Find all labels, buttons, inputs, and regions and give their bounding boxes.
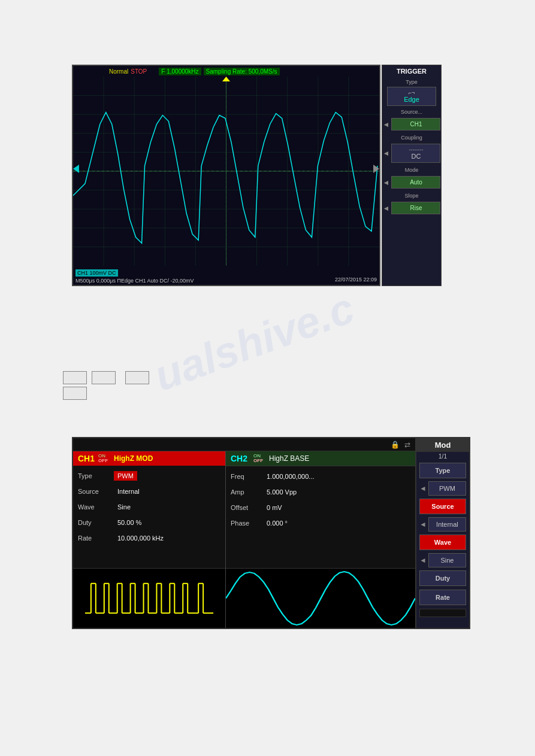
mod-sine-button[interactable]: Sine	[428, 553, 466, 567]
trigger-slope-button[interactable]: Rise	[391, 202, 440, 214]
trigger-mode-value: Auto	[410, 179, 422, 186]
trigger-coupling-value: DC	[393, 153, 439, 160]
coupling-dashes: --------	[393, 147, 439, 153]
ch1-info-label: CH1 100mV DC	[75, 269, 118, 277]
trigger-coupling-arrow: ◄	[383, 149, 390, 157]
ch2-label: CH2	[231, 454, 247, 463]
ch2-phase-row: Phase 0.000 °	[231, 517, 410, 530]
osc-bottom-info: M500μs 0,000μs ΠEdge CH1 Auto DC/ -20,00…	[75, 278, 377, 284]
ch1-wave-row: Wave Sine	[78, 500, 220, 514]
mod-sine-row: ◄ Sine	[419, 553, 466, 567]
ch1-on-label: ON OFF	[98, 454, 108, 463]
trigger-source-row: ◄ CH1	[383, 118, 441, 130]
ch2-waveform-svg	[226, 569, 415, 628]
small-button-3[interactable]	[125, 371, 149, 384]
osc-grid	[73, 77, 379, 266]
ch1-duty-label: Duty	[78, 519, 114, 526]
ch1-type-row: Type PWM	[78, 469, 220, 482]
mod-duty-button[interactable]: Duty	[419, 570, 466, 586]
trigger-title: TRIGGER	[397, 68, 427, 75]
trigger-source-button[interactable]: CH1	[391, 118, 440, 130]
usb-icon: ⇄	[404, 441, 410, 449]
edge-icon: ⌐¬	[389, 90, 434, 96]
mod-wave-button[interactable]: Wave	[419, 535, 466, 550]
ch2-mode-label: HighZ BASE	[269, 454, 309, 463]
small-btn-row-1	[63, 371, 149, 384]
ch1-source-row: Source Internal	[78, 485, 220, 498]
instrument-section: 🔒 ⇄ CH1 ON OFF HighZ MOD Type PWM	[72, 437, 470, 629]
trigger-type-label: Type	[387, 79, 436, 85]
mod-rate-button[interactable]: Rate	[419, 590, 466, 605]
trigger-source-arrow: ◄	[383, 120, 390, 129]
ch1-duty-row: Duty 50.00 %	[78, 516, 220, 529]
ch2-freq-value: 1.000,000,000...	[267, 473, 315, 480]
ch1-source-value: Internal	[114, 487, 143, 496]
osc-status-bar: Normal STOP F 1,00000kHz Sampling Rate: …	[73, 66, 379, 77]
ch1-type-label: Type	[78, 472, 114, 479]
instrument-header: 🔒 ⇄	[73, 438, 415, 451]
mod-internal-row: ◄ Internal	[419, 517, 466, 532]
small-button-1[interactable]	[63, 371, 87, 384]
mod-pwm-row: ◄ PWM	[419, 481, 466, 496]
status-sampling: Sampling Rate: 500,0MS/s	[204, 68, 280, 75]
trigger-source-value: CH1	[410, 121, 422, 127]
osc-bottom-bar: CH1 100mV DC M500μs 0,000μs ΠEdge CH1 Au…	[73, 266, 379, 285]
ch1-source-label: Source	[78, 488, 114, 495]
trigger-mode-button[interactable]: Auto	[391, 176, 440, 189]
ch1-rate-value: 10.000,000 kHz	[114, 533, 167, 543]
trigger-coupling-button[interactable]: -------- DC	[391, 144, 440, 163]
ch1-rate-row: Rate 10.000,000 kHz	[78, 532, 220, 545]
trigger-slope-label: Slope	[387, 193, 436, 199]
trigger-slope-arrow: ◄	[383, 204, 390, 212]
ch2-offset-row: Offset 0 mV	[231, 501, 410, 514]
ch2-offset-value: 0 mV	[267, 504, 282, 511]
mod-page: 1/1	[416, 452, 469, 461]
trigger-type-button[interactable]: ⌐¬ Edge	[387, 87, 436, 106]
mod-dropdown-container: Source	[416, 497, 469, 516]
trigger-slope-value: Rise	[410, 205, 422, 211]
mod-extra-button[interactable]	[419, 609, 466, 617]
ch1-type-value: PWM	[114, 471, 137, 481]
small-button-4[interactable]	[63, 387, 87, 400]
watermark: ualshive.c	[147, 283, 360, 400]
ch1-header: CH1 ON OFF HighZ MOD	[73, 451, 225, 466]
ch2-waveform	[226, 568, 415, 628]
ch1-mode-label: HighZ MOD	[114, 454, 153, 463]
ch2-header: CH2 ON OFF HighZ BASE	[226, 451, 415, 466]
trigger-mode-arrow: ◄	[383, 178, 390, 187]
ch1-panel: CH1 ON OFF HighZ MOD Type PWM Source Int…	[73, 451, 226, 628]
mod-source-button[interactable]: Source	[419, 499, 466, 514]
mod-pwm-button[interactable]: PWM	[428, 481, 466, 496]
mod-type-button[interactable]: Type	[419, 463, 466, 478]
ch2-amp-value: 5.000 Vpp	[267, 488, 297, 496]
mod-internal-button[interactable]: Internal	[428, 517, 466, 532]
trigger-mode-row: ◄ Auto	[383, 176, 441, 189]
ch2-offset-label: Offset	[231, 504, 267, 511]
status-frequency: F 1,00000kHz	[159, 68, 201, 75]
ch1-rate-label: Rate	[78, 535, 114, 542]
small-btn-row-2	[63, 387, 149, 400]
ch1-waveform-svg	[73, 569, 225, 628]
ch2-off-text: OFF	[253, 459, 263, 463]
mod-panel: Mod 1/1 Type ◄ PWM Source ◄ Internal Wav…	[415, 438, 469, 628]
ch1-label: CH1	[78, 454, 95, 463]
ch2-amp-label: Amp	[231, 488, 267, 496]
ch1-duty-value: 50.00 %	[114, 518, 145, 527]
channel-row: CH1 ON OFF HighZ MOD Type PWM Source Int…	[73, 451, 415, 628]
small-buttons-section	[63, 371, 149, 400]
ch2-amp-row: Amp 5.000 Vpp	[231, 485, 410, 499]
ch2-freq-label: Freq	[231, 473, 267, 480]
lock-icon: 🔒	[391, 441, 400, 449]
ch2-freq-row: Freq 1.000,000,000...	[231, 470, 410, 483]
svg-marker-20	[73, 165, 79, 173]
ch2-params: Freq 1.000,000,000... Amp 5.000 Vpp Offs…	[226, 466, 415, 568]
trigger-source-label: Source...	[387, 109, 436, 115]
svg-marker-21	[373, 165, 379, 173]
ch1-off-text: OFF	[98, 459, 108, 463]
ch2-phase-value: 0.000 °	[267, 520, 288, 527]
trigger-slope-row: ◄ Rise	[383, 202, 441, 214]
ch2-panel: CH2 ON OFF HighZ BASE Freq 1.000,000,000…	[226, 451, 415, 628]
trigger-coupling-row: ◄ -------- DC	[383, 144, 441, 163]
small-button-2[interactable]	[92, 371, 116, 384]
status-state: STOP	[131, 68, 147, 75]
